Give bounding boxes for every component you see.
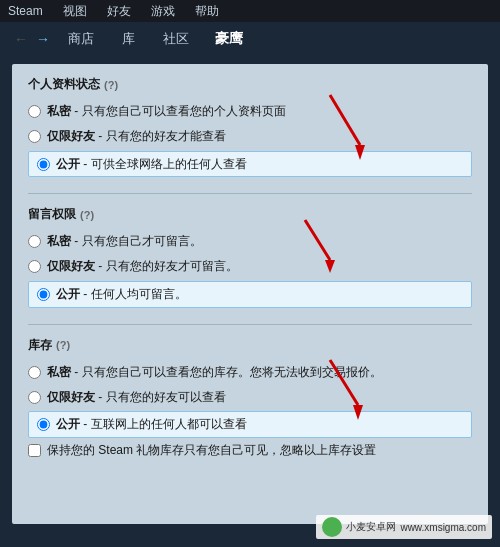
comment-friends-label: 仅限好友 - 只有您的好友才可留言。 [47,258,238,275]
menu-view[interactable]: 视图 [59,1,91,22]
nav-bar: ← → 商店 库 社区 豪鹰 [0,22,500,56]
watermark-logo [322,517,342,537]
inventory-private-label: 私密 - 只有您自己可以查看您的库存。您将无法收到交易报价。 [47,364,382,381]
nav-store[interactable]: 商店 [62,26,100,52]
inventory-private-option[interactable]: 私密 - 只有您自己可以查看您的库存。您将无法收到交易报价。 [28,362,472,383]
inventory-label: 库存 [28,337,52,354]
profile-friends-option[interactable]: 仅限好友 - 只有您的好友才能查看 [28,126,472,147]
inventory-public-option[interactable]: 公开 - 互联网上的任何人都可以查看 [28,411,472,438]
comment-public-radio[interactable] [37,288,50,301]
gift-inventory-label: 保持您的 Steam 礼物库存只有您自己可见，忽略以上库存设置 [47,442,376,459]
profile-private-option[interactable]: 私密 - 只有您自己可以查看您的个人资料页面 [28,101,472,122]
comment-private-label: 私密 - 只有您自己才可留言。 [47,233,202,250]
menu-games[interactable]: 游戏 [147,1,179,22]
profile-friends-radio[interactable] [28,130,41,143]
gift-inventory-option[interactable]: 保持您的 Steam 礼物库存只有您自己可见，忽略以上库存设置 [28,442,472,459]
nav-library[interactable]: 库 [116,26,141,52]
comment-permission-label: 留言权限 [28,206,76,223]
nav-links: 商店 库 社区 豪鹰 [62,26,243,52]
comment-friends-radio[interactable] [28,260,41,273]
comment-private-radio[interactable] [28,235,41,248]
inventory-public-label: 公开 - 互联网上的任何人都可以查看 [56,416,247,433]
profile-public-option[interactable]: 公开 - 可供全球网络上的任何人查看 [28,151,472,178]
nav-forward-button[interactable]: → [32,31,54,47]
profile-friends-label: 仅限好友 - 只有您的好友才能查看 [47,128,226,145]
nav-community[interactable]: 社区 [157,26,195,52]
section-profile-status: 个人资料状态 (?) 私密 - 只有您自己可以查看您的个人资料页面 仅限好友 -… [28,76,472,177]
section-comment-permission: 留言权限 (?) 私密 - 只有您自己才可留言。 仅限好友 - 只有您的好友才可… [28,206,472,307]
profile-private-label: 私密 - 只有您自己可以查看您的个人资料页面 [47,103,286,120]
inventory-private-radio[interactable] [28,366,41,379]
profile-private-radio[interactable] [28,105,41,118]
nav-active-page: 豪鹰 [215,30,243,48]
inventory-public-radio[interactable] [37,418,50,431]
gift-inventory-checkbox[interactable] [28,444,41,457]
comment-permission-help[interactable]: (?) [80,209,94,221]
inventory-friends-radio[interactable] [28,391,41,404]
watermark: 小麦安卓网 www.xmsigma.com [316,515,492,539]
section-comment-title: 留言权限 (?) [28,206,472,223]
inventory-help[interactable]: (?) [56,339,70,351]
menu-friends[interactable]: 好友 [103,1,135,22]
nav-back-button[interactable]: ← [10,31,32,47]
menu-bar: Steam 视图 好友 游戏 帮助 [0,0,500,22]
comment-public-option[interactable]: 公开 - 任何人均可留言。 [28,281,472,308]
menu-help[interactable]: 帮助 [191,1,223,22]
inventory-friends-option[interactable]: 仅限好友 - 只有您的好友可以查看 [28,387,472,408]
profile-public-label: 公开 - 可供全球网络上的任何人查看 [56,156,247,173]
section-inventory: 库存 (?) 私密 - 只有您自己可以查看您的库存。您将无法收到交易报价。 仅限… [28,337,472,459]
watermark-url: www.xmsigma.com [400,522,486,533]
section-profile-title: 个人资料状态 (?) [28,76,472,93]
inventory-friends-label: 仅限好友 - 只有您的好友可以查看 [47,389,226,406]
menu-steam[interactable]: Steam [4,2,47,20]
comment-friends-option[interactable]: 仅限好友 - 只有您的好友才可留言。 [28,256,472,277]
watermark-text: 小麦安卓网 [346,520,396,534]
section-inventory-title: 库存 (?) [28,337,472,354]
comment-private-option[interactable]: 私密 - 只有您自己才可留言。 [28,231,472,252]
main-content: 个人资料状态 (?) 私密 - 只有您自己可以查看您的个人资料页面 仅限好友 -… [12,64,488,524]
comment-public-label: 公开 - 任何人均可留言。 [56,286,187,303]
profile-status-label: 个人资料状态 [28,76,100,93]
profile-status-help[interactable]: (?) [104,79,118,91]
profile-public-radio[interactable] [37,158,50,171]
